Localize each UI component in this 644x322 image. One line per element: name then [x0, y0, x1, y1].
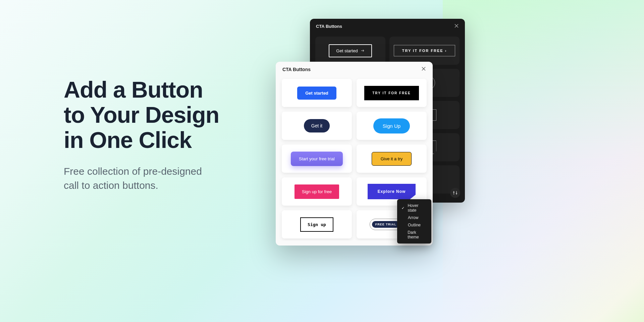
title-line: to Your Design [64, 102, 219, 127]
settings-button[interactable] [450, 188, 460, 198]
light-panel-title: CTA Buttons [282, 67, 311, 72]
button-label: Get it [311, 123, 322, 128]
get-it-button[interactable]: Get it [304, 119, 330, 132]
menu-label: Arrow [408, 215, 418, 220]
sign-up-button[interactable]: Sign Up [373, 118, 410, 133]
title-line: Add a Button [64, 77, 203, 102]
arrow-right-icon [361, 49, 365, 53]
sign-up-mono-button[interactable]: Sign up [300, 217, 333, 232]
status-badge: FREE TRIAL [372, 221, 400, 228]
button-label: Explore Now [378, 189, 406, 194]
close-icon[interactable] [454, 23, 459, 29]
button-label: Sign Up [383, 123, 400, 129]
button-label: Sign up for free [302, 189, 332, 194]
subtitle-line: call to action buttons. [64, 180, 158, 191]
sign-up-free-button[interactable]: Sign up for free [294, 184, 339, 199]
svg-point-5 [453, 192, 454, 193]
settings-menu: ✓ Hover state Arrow Outline Dark theme [397, 199, 431, 244]
svg-point-7 [456, 193, 457, 194]
give-try-button[interactable]: Give it a try [372, 152, 412, 166]
menu-item-hover-state[interactable]: ✓ Hover state [397, 202, 431, 214]
page-subtitle: Free collection of pre-designed call to … [64, 164, 265, 193]
menu-label: Hover state [408, 203, 427, 213]
close-icon[interactable] [421, 66, 426, 72]
title-line: in One Click [64, 127, 192, 153]
button-label: Get started [336, 48, 358, 53]
button-label: Start your free trial [299, 156, 335, 161]
sliders-icon [452, 190, 458, 196]
page-title: Add a Button to Your Design in One Click [64, 77, 265, 152]
button-label: Give it a try [381, 156, 403, 161]
button-label: TRY IT FOR FREE [402, 49, 443, 53]
subtitle-line: Free collection of pre-designed [64, 166, 202, 177]
menu-item-arrow[interactable]: Arrow [397, 214, 431, 221]
dark-panel-title: CTA Buttons [316, 24, 342, 29]
check-icon: ✓ [401, 206, 405, 210]
get-started-outline-button[interactable]: Get started [329, 44, 372, 57]
menu-label: Outline [408, 223, 421, 227]
get-started-button[interactable]: Get started [297, 87, 336, 100]
button-label: TRY IT FOR FREE [372, 91, 411, 95]
start-trial-button[interactable]: Start your free trial [291, 152, 343, 166]
try-free-button[interactable]: TRY IT FOR FREE [364, 86, 419, 100]
menu-item-outline[interactable]: Outline [397, 221, 431, 229]
button-label: Get started [305, 91, 328, 96]
try-free-outline-button[interactable]: TRY IT FOR FREE › [394, 45, 455, 56]
button-label: Sign up [308, 222, 326, 227]
menu-label: Dark theme [408, 230, 427, 239]
explore-now-button[interactable]: Explore Now [368, 184, 416, 199]
menu-item-dark-theme[interactable]: Dark theme [397, 229, 431, 241]
